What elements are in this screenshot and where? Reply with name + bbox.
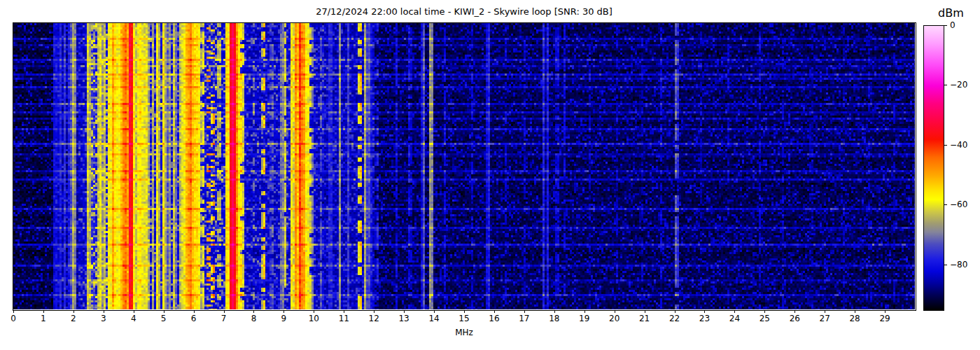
x-tick — [74, 310, 74, 313]
colorbar-tick — [944, 204, 947, 205]
x-tick — [404, 310, 405, 313]
x-tick — [615, 310, 615, 313]
waterfall-plot-area — [13, 22, 916, 311]
x-tick — [554, 310, 555, 313]
x-tick — [524, 310, 525, 313]
x-tick — [675, 310, 676, 313]
x-tick — [314, 310, 314, 313]
x-tick — [464, 310, 465, 313]
x-tick-label: 24 — [722, 314, 746, 323]
x-tick-label: 21 — [633, 314, 657, 323]
colorbar-tick-label: −40 — [950, 140, 967, 150]
x-tick-label: 10 — [302, 314, 326, 323]
x-tick-label: 22 — [663, 314, 687, 323]
x-tick — [645, 310, 645, 313]
x-tick — [885, 310, 886, 313]
x-tick — [494, 310, 495, 313]
colorbar — [923, 25, 944, 311]
x-tick-label: 20 — [603, 314, 626, 323]
x-tick-label: 2 — [62, 314, 85, 323]
x-tick — [164, 310, 164, 313]
x-tick-label: 16 — [482, 314, 506, 323]
x-tick — [794, 310, 795, 313]
colorbar-unit-label: dBm — [938, 6, 964, 20]
x-tick — [584, 310, 585, 313]
x-tick — [284, 310, 284, 313]
x-tick — [855, 310, 855, 313]
spectrogram-figure: 27/12/2024 22:00 local time - KIWI_2 - S… — [0, 0, 980, 350]
x-tick-label: 18 — [542, 314, 566, 323]
colorbar-tick-label: −80 — [950, 260, 967, 270]
x-tick — [134, 310, 134, 313]
x-tick-label: 1 — [31, 314, 55, 323]
x-tick-label: 6 — [182, 314, 206, 323]
plot-title: 27/12/2024 22:00 local time - KIWI_2 - S… — [13, 6, 915, 17]
x-tick — [374, 310, 374, 313]
x-tick — [825, 310, 825, 313]
x-tick-label: 27 — [813, 314, 836, 323]
colorbar-tick — [944, 85, 947, 85]
colorbar-tick — [944, 25, 947, 26]
x-tick — [704, 310, 705, 313]
x-tick-label: 28 — [843, 314, 867, 323]
x-tick — [224, 310, 225, 313]
x-tick — [194, 310, 195, 313]
x-tick-label: 12 — [362, 314, 386, 323]
x-tick-label: 8 — [241, 314, 265, 323]
x-tick — [43, 310, 44, 313]
x-axis-label: MHz — [13, 328, 915, 337]
x-tick-label: 29 — [873, 314, 897, 323]
x-tick-label: 13 — [392, 314, 416, 323]
x-tick-label: 23 — [692, 314, 716, 323]
x-tick-label: 25 — [752, 314, 776, 323]
x-tick — [434, 310, 435, 313]
x-tick — [344, 310, 344, 313]
colorbar-tick-label: −20 — [950, 80, 967, 90]
x-tick-label: 0 — [1, 314, 25, 323]
x-tick-label: 19 — [573, 314, 596, 323]
x-tick-label: 9 — [272, 314, 295, 323]
x-tick — [253, 310, 254, 313]
colorbar-tick-label: −60 — [950, 200, 967, 209]
x-tick-label: 15 — [452, 314, 476, 323]
x-tick-label: 14 — [422, 314, 446, 323]
x-tick-label: 5 — [152, 314, 176, 323]
x-tick — [104, 310, 104, 313]
x-tick-label: 17 — [512, 314, 536, 323]
x-tick — [734, 310, 735, 313]
x-tick-label: 11 — [332, 314, 356, 323]
colorbar-tick-label: 0 — [950, 20, 955, 30]
x-tick-label: 3 — [92, 314, 115, 323]
x-tick-label: 4 — [122, 314, 146, 323]
x-tick-label: 7 — [212, 314, 236, 323]
colorbar-tick — [944, 145, 947, 146]
x-tick-label: 26 — [783, 314, 806, 323]
colorbar-tick — [944, 265, 947, 265]
x-tick — [13, 310, 14, 313]
waterfall-canvas — [13, 23, 915, 309]
x-tick — [764, 310, 765, 313]
